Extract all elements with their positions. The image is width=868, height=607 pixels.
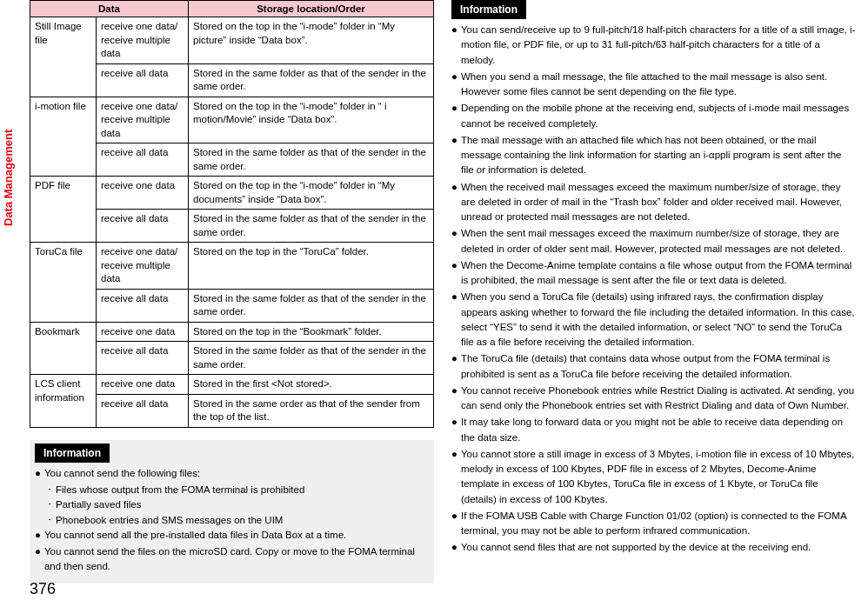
table-row: PDF filereceive one dataStored on the to… [30, 177, 434, 210]
table-row: Still Image filereceive one data/ receiv… [30, 17, 434, 64]
bullet-icon: ● [451, 133, 457, 178]
cell-receive-mode: receive one data [97, 322, 189, 342]
cell-storage: Stored in the same order as that of the … [189, 394, 434, 427]
info2-item: ●When you send a ToruCa file (details) u… [451, 290, 856, 350]
table-row: i-motion filereceive one data/ receive m… [30, 97, 434, 143]
bullet-icon: ● [451, 70, 457, 100]
cell-storage: Stored in the same folder as that of the… [189, 210, 434, 243]
info2-item: ●When the sent mail messages exceed the … [451, 226, 856, 257]
info2-item: ●You cannot store a still image in exces… [451, 447, 856, 507]
cell-receive-mode: receive all data [97, 63, 189, 97]
info2-text: You cannot store a still image in excess… [461, 447, 856, 507]
cell-storage: Stored in the same folder as that of the… [189, 289, 434, 322]
cell-data-type: Still Image file [30, 17, 97, 97]
info-header-2: Information [451, 0, 526, 19]
cell-data-type: Bookmark [30, 322, 97, 375]
bullet-icon: ● [451, 384, 457, 414]
cell-receive-mode: receive one data [97, 375, 189, 395]
info-box-1: Information ●You cannot send the followi… [30, 440, 434, 584]
left-column: Data Storage location/Order Still Image … [30, 0, 434, 574]
info2-text: You can send/receive up to 9 full-pitch/… [461, 23, 856, 68]
info-header-1: Information [35, 444, 110, 463]
table-row: ToruCa filereceive one data/ receive mul… [30, 243, 434, 290]
bullet-icon: ● [451, 351, 457, 382]
info1-item-1: You cannot send all the pre-installed da… [44, 528, 346, 543]
info2-text: The mail message with an attached file w… [461, 133, 856, 178]
cell-storage: Stored on the top in the “i-mode” folder… [189, 17, 434, 64]
info2-item: ●The ToruCa file (details) that contains… [451, 351, 856, 382]
cell-receive-mode: receive all data [97, 210, 189, 243]
th-storage: Storage location/Order [189, 1, 434, 17]
info2-text: When you send a mail message, the file a… [461, 70, 856, 100]
page-content: Data Storage location/Order Still Image … [0, 0, 868, 574]
info2-text: You cannot send files that are not suppo… [461, 540, 811, 555]
section-tab: Data Management [2, 130, 15, 226]
bullet-icon: ● [451, 509, 457, 539]
bullet-icon: ● [451, 540, 457, 555]
info2-text: When you send a ToruCa file (details) us… [461, 290, 856, 350]
info2-item: ●When the received mail messages exceed … [451, 180, 856, 225]
info2-text: Depending on the mobile phone at the rec… [461, 101, 856, 131]
cell-storage: Stored in the same folder as that of the… [189, 63, 434, 97]
info2-text: The ToruCa file (details) that contains … [461, 351, 856, 382]
info1-sub-1: Partially saved files [56, 497, 141, 512]
cell-receive-mode: receive all data [97, 342, 189, 375]
info2-item: ●You can send/receive up to 9 full-pitch… [451, 23, 856, 68]
bullet-icon: ● [451, 101, 457, 131]
cell-receive-mode: receive one data/ receive multiple data [97, 243, 189, 290]
page-number: 376 [30, 580, 56, 598]
th-data: Data [30, 1, 189, 17]
info1-item-2: You cannot send the files on the microSD… [44, 544, 429, 575]
table-row: Bookmarkreceive one dataStored on the to… [30, 322, 434, 342]
cell-receive-mode: receive one data [97, 177, 189, 210]
bullet-icon: ● [451, 290, 457, 350]
cell-storage: Stored in the same folder as that of the… [189, 342, 434, 375]
bullet-icon: ● [451, 415, 457, 445]
info1-item-0: You cannot send the following files: [44, 466, 200, 481]
info2-item: ●Depending on the mobile phone at the re… [451, 101, 856, 131]
info1-sub-0: Files whose output from the FOMA termina… [56, 483, 304, 497]
bullet-icon: ● [451, 447, 457, 507]
info2-item: ●It may take long to forward data or you… [451, 415, 856, 445]
cell-receive-mode: receive one data/ receive multiple data [97, 97, 189, 143]
cell-storage: Stored in the same folder as that of the… [189, 143, 434, 177]
info2-text: It may take long to forward data or you … [461, 415, 856, 445]
info2-item: ●When you send a mail message, the file … [451, 70, 856, 100]
cell-receive-mode: receive all data [97, 394, 189, 427]
cell-receive-mode: receive all data [97, 289, 189, 322]
info2-item: ●You cannot send files that are not supp… [451, 540, 856, 555]
cell-receive-mode: receive all data [97, 143, 189, 177]
info1-sub-2: Phonebook entries and SMS messages on th… [56, 513, 283, 528]
cell-storage: Stored on the top in the “ToruCa” folder… [189, 243, 434, 290]
cell-data-type: LCS client information [30, 375, 97, 428]
bullet-icon: ● [451, 226, 457, 257]
cell-data-type: i-motion file [30, 97, 97, 177]
cell-data-type: PDF file [30, 177, 97, 243]
bullet-icon: ● [451, 180, 457, 225]
cell-data-type: ToruCa file [30, 243, 97, 323]
cell-storage: Stored in the first <Not stored>. [189, 375, 434, 395]
cell-receive-mode: receive one data/ receive multiple data [97, 17, 189, 64]
cell-storage: Stored on the top in the “i-mode” folder… [189, 97, 434, 143]
info2-item: ●When the Decome-Anime template contains… [451, 258, 856, 289]
info2-text: If the FOMA USB Cable with Charge Functi… [461, 509, 856, 539]
info2-item: ●The mail message with an attached file … [451, 133, 856, 178]
info2-text: When the received mail messages exceed t… [461, 180, 856, 225]
bullet-icon: ● [451, 258, 457, 289]
info2-item: ●You cannot receive Phonebook entries wh… [451, 384, 856, 414]
info2-text: You cannot receive Phonebook entries whi… [461, 384, 856, 414]
right-column: Information ●You can send/receive up to … [451, 0, 856, 574]
table-row: LCS client informationreceive one dataSt… [30, 375, 434, 395]
info2-item: ●If the FOMA USB Cable with Charge Funct… [451, 509, 856, 539]
info2-text: When the Decome-Anime template contains … [461, 258, 856, 289]
cell-storage: Stored on the top in the “i-mode” folder… [189, 177, 434, 210]
cell-storage: Stored on the top in the “Bookmark” fold… [189, 322, 434, 342]
bullet-icon: ● [451, 23, 457, 68]
storage-table: Data Storage location/Order Still Image … [30, 0, 434, 428]
info2-text: When the sent mail messages exceed the m… [461, 226, 856, 257]
